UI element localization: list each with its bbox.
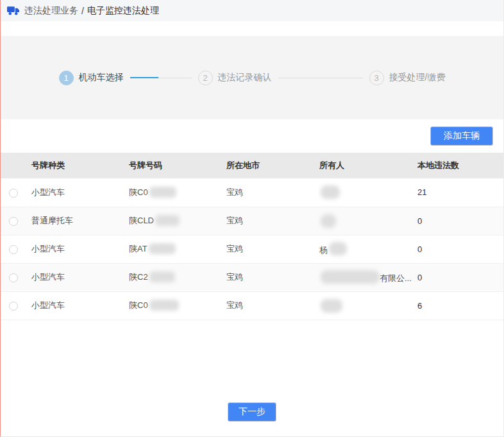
vehicle-radio[interactable] [9,245,18,254]
plate-prefix: 陕C0 [129,300,148,310]
violations-cell: 6 [412,291,504,320]
column-local-violations: 本地违法数 [412,153,504,178]
step-1-badge: 1 [59,71,74,85]
city-cell: 宝鸡 [221,207,314,235]
breadcrumb-section[interactable]: 违法处理业务 [24,5,78,17]
progress-line-done [130,77,158,78]
owner-suffix: 有限公... [380,273,412,283]
city-cell: 宝鸡 [221,178,314,207]
column-city: 所在地市 [221,153,314,178]
breadcrumb: 违法处理业务 / 电子监控违法处理 [1,0,503,21]
violations-cell: 0 [412,235,504,263]
plate-type-cell: 小型汽车 [26,178,124,207]
step-1-label: 机动车选择 [79,72,124,83]
plate-prefix: 陕C0 [129,187,148,197]
redacted-blur [149,243,176,254]
truck-icon [7,6,19,15]
step-accept-payment: 3 接受处理/缴费 [369,71,446,85]
plate-number-cell: 陕C0 [124,291,221,320]
breadcrumb-separator: / [81,6,84,16]
redacted-blur [149,300,179,311]
redacted-blur [155,215,180,226]
redacted-blur [321,299,342,313]
owner-cell [314,291,412,320]
vehicle-radio[interactable] [9,217,18,226]
bottom-actions: 下一步 [1,402,503,422]
header-radio-spacer [1,153,26,178]
step-2-badge: 2 [198,71,213,85]
redacted-blur [321,185,340,199]
violations-cell: 21 [412,178,504,207]
plate-type-cell: 小型汽车 [26,263,124,291]
next-step-button[interactable]: 下一步 [228,402,276,422]
plate-prefix: 陕C2 [129,272,148,282]
column-plate-type: 号牌种类 [26,153,124,178]
redacted-blur [321,270,380,284]
owner-cell: 杨 [314,235,412,263]
column-owner: 所有人 [314,153,412,178]
owner-prefix: 杨 [319,245,328,255]
plate-prefix: 陕CLD [129,216,154,225]
plate-type-cell: 小型汽车 [26,235,124,263]
city-cell: 宝鸡 [221,291,314,320]
owner-cell [314,178,412,207]
progress-line-todo [278,78,363,78]
plate-type-cell: 普通摩托车 [26,207,124,235]
column-plate-number: 号牌号码 [124,153,221,178]
redacted-blur [149,187,176,198]
table-row: 小型汽车 陕C0 宝鸡 6 [1,291,504,320]
table-row: 小型汽车 陕C0 宝鸡 21 [1,178,504,207]
vehicle-table: 号牌种类 号牌号码 所在地市 所有人 本地违法数 小型汽车 陕C0 宝鸡 21 … [1,153,504,320]
redacted-blur [321,214,336,228]
table-toolbar: 添加车辆 [1,119,503,153]
owner-cell: 有限公... [314,263,412,291]
plate-number-cell: 陕CLD [124,207,221,235]
plate-prefix: 陕AT [129,244,147,253]
violations-cell: 0 [412,263,504,291]
table-row: 小型汽车 陕AT 宝鸡 杨 0 [1,235,504,263]
vehicle-radio[interactable] [9,273,18,282]
violation-processing-page: 违法处理业务 / 电子监控违法处理 1 机动车选择 2 违法记录确认 3 接受处… [0,0,504,437]
plate-number-cell: 陕C2 [124,263,221,291]
step-3-label: 接受处理/缴费 [389,72,446,83]
step-3-badge: 3 [369,71,384,85]
stepper: 1 机动车选择 2 违法记录确认 3 接受处理/缴费 [1,36,503,119]
step-vehicle-selection: 1 机动车选择 [59,71,124,85]
owner-cell [314,207,412,235]
city-cell: 宝鸡 [221,235,314,263]
table-row: 普通摩托车 陕CLD 宝鸡 0 [1,207,504,235]
redacted-blur [149,271,175,282]
breadcrumb-current: 电子监控违法处理 [87,5,159,17]
step-2-label: 违法记录确认 [218,72,272,83]
step-connector-1 [130,77,192,78]
city-cell: 宝鸡 [221,263,314,291]
step-record-confirmation: 2 违法记录确认 [198,71,272,85]
vehicle-radio[interactable] [9,189,18,198]
plate-type-cell: 小型汽车 [26,291,124,320]
progress-line-todo [158,78,192,78]
table-row: 小型汽车 陕C2 宝鸡 有限公... 0 [1,263,504,291]
violations-cell: 0 [412,207,504,235]
redacted-blur [329,242,347,255]
step-connector-2 [278,78,363,78]
vehicle-radio[interactable] [9,302,18,311]
add-vehicle-button[interactable]: 添加车辆 [430,126,493,146]
plate-number-cell: 陕AT [124,235,221,263]
table-header-row: 号牌种类 号牌号码 所在地市 所有人 本地违法数 [1,153,504,178]
plate-number-cell: 陕C0 [124,178,221,207]
